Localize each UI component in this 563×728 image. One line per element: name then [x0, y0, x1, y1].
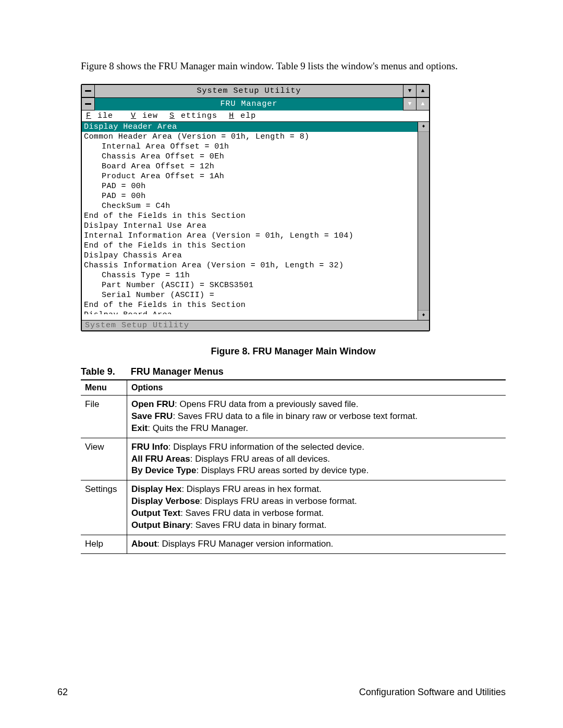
figure-caption: Figure 8. FRU Manager Main Window: [81, 346, 506, 357]
scroll-down-icon[interactable]: ♦: [418, 310, 429, 320]
content-line: End of the Fields in this Section: [82, 241, 418, 251]
table-row: View FRU Info: Displays FRU information …: [81, 438, 506, 480]
content-line: Dislpay Chassis Area: [82, 251, 418, 261]
page-footer: 62 Configuration Software and Utilities: [57, 687, 506, 698]
content-line: Chassis Information Area (Version = 01h,…: [82, 261, 418, 270]
menu-settings[interactable]: Settings: [169, 112, 217, 120]
inner-system-menu-icon[interactable]: [82, 98, 95, 110]
table-row: Settings Display Hex: Displays FRU areas…: [81, 480, 506, 535]
table-row: File Open FRU: Opens FRU data from a pre…: [81, 395, 506, 438]
highlighted-line[interactable]: Display Header Area: [82, 122, 418, 132]
options-cell: Open FRU: Opens FRU data from a previous…: [127, 395, 506, 438]
menu-cell: File: [81, 395, 127, 438]
menu-cell: View: [81, 438, 127, 480]
content-line: Serial Number (ASCII) =: [82, 290, 418, 300]
content-line: Internal Area Offset = 01h: [82, 142, 418, 152]
outer-window-title: System Setup Utility: [95, 85, 403, 97]
content-line: Dislpay Internal Use Area: [82, 221, 418, 231]
scroll-up-icon[interactable]: ♦: [418, 122, 429, 132]
page-number: 62: [57, 687, 68, 698]
inner-minimize-icon[interactable]: ▼: [403, 98, 416, 110]
content-line: Common Header Area (Version = 01h, Lengt…: [82, 132, 418, 142]
table-row: Help About: Displays FRU Manager version…: [81, 535, 506, 554]
outer-titlebar: System Setup Utility ▼ ▲: [82, 85, 429, 98]
menu-help[interactable]: Help: [229, 112, 256, 120]
scroll-track[interactable]: [418, 132, 429, 310]
footer-doc-title: Configuration Software and Utilities: [359, 687, 506, 698]
inner-maximize-icon[interactable]: ▲: [416, 98, 429, 110]
options-cell: About: Displays FRU Manager version info…: [127, 535, 506, 554]
fru-manager-screenshot: System Setup Utility ▼ ▲ FRU Manager ▼ ▲…: [81, 84, 430, 331]
content-line: PAD = 00h: [82, 181, 418, 191]
inner-window-title: FRU Manager: [95, 98, 403, 110]
fru-manager-menus-table: Menu Options File Open FRU: Opens FRU da…: [81, 379, 506, 554]
content-line: End of the Fields in this Section: [82, 300, 418, 310]
minimize-icon[interactable]: ▼: [403, 85, 416, 97]
options-cell: Display Hex: Displays FRU areas in hex f…: [127, 480, 506, 535]
menu-view[interactable]: View: [131, 112, 158, 120]
table-header-options: Options: [127, 380, 506, 396]
content-line: PAD = 00h: [82, 191, 418, 201]
intro-paragraph: Figure 8 shows the FRU Manager main wind…: [81, 60, 506, 72]
content-line: Internal Information Area (Version = 01h…: [82, 231, 418, 241]
menu-file[interactable]: File: [86, 112, 119, 120]
content-line: Chassis Area Offset = 0Eh: [82, 152, 418, 162]
content-line: CheckSum = C4h: [82, 201, 418, 211]
content-line: End of the Fields in this Section: [82, 211, 418, 221]
maximize-icon[interactable]: ▲: [416, 85, 429, 97]
vertical-scrollbar[interactable]: ♦ ♦: [418, 122, 429, 320]
content-line-cutoff: Dislpay Board Area: [82, 310, 418, 314]
content-area: Display Header Area Common Header Area (…: [82, 122, 418, 320]
options-cell: FRU Info: Displays FRU information of th…: [127, 438, 506, 480]
content-line: Product Area Offset = 1Ah: [82, 171, 418, 181]
table-title: Table 9.FRU Manager Menus: [81, 366, 506, 377]
table-header-menu: Menu: [81, 380, 127, 396]
inner-titlebar: FRU Manager ▼ ▲: [82, 98, 429, 110]
content-line: Part Number (ASCII) = SKCBS3501: [82, 280, 418, 290]
status-bar: System Setup Utility: [82, 320, 429, 330]
content-line: Chassis Type = 11h: [82, 270, 418, 280]
menu-cell: Settings: [81, 480, 127, 535]
system-menu-icon[interactable]: [82, 85, 95, 97]
menubar: File View Settings Help: [82, 110, 429, 122]
content-line: Board Area Offset = 12h: [82, 162, 418, 171]
menu-cell: Help: [81, 535, 127, 554]
